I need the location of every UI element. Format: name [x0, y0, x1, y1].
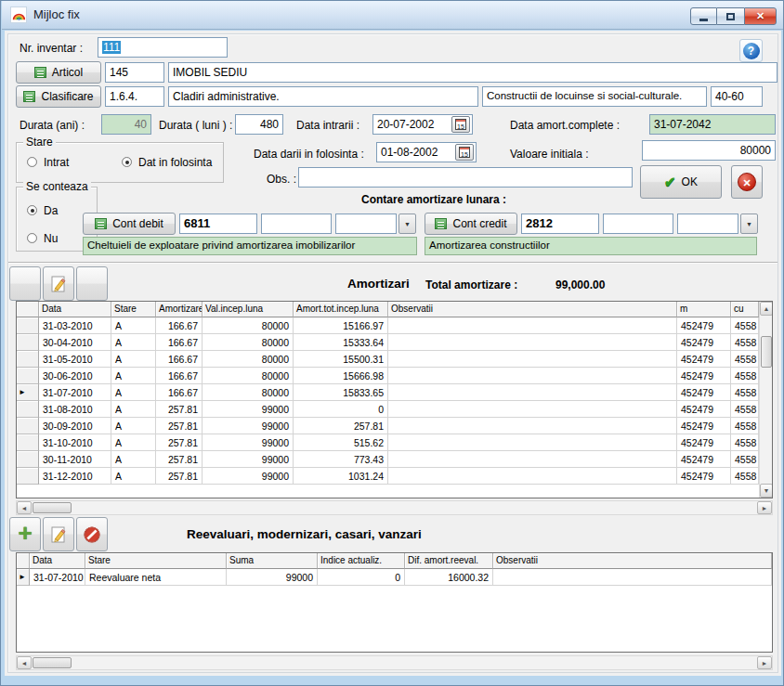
scroll-left-button[interactable]: ◄ [17, 656, 32, 669]
table-row[interactable]: ►31-07-2010Reevaluare neta99000016000.32 [17, 569, 772, 586]
radio-intrat[interactable] [27, 157, 37, 167]
cell[interactable]: 4558 [731, 351, 759, 368]
column-header[interactable]: m [677, 302, 731, 317]
clasificare-button[interactable]: Clasificare [16, 85, 101, 108]
cell[interactable]: 80000 [203, 368, 294, 384]
clasificare-code-input[interactable]: 1.6.4. [105, 86, 164, 107]
clasificare-categorie-input[interactable]: Constructii de locuinse si social-cultur… [482, 86, 707, 107]
table-row[interactable]: 31-12-2010A257.81990001031.244524794558 [17, 468, 772, 485]
reevaluari-edit-button[interactable] [43, 517, 74, 551]
column-header[interactable]: Suma [227, 553, 318, 569]
column-header[interactable]: Amortizare [156, 302, 203, 317]
cell[interactable]: A [111, 451, 156, 468]
cell[interactable]: 452479 [677, 468, 731, 485]
scroll-up-button[interactable]: ▲ [760, 302, 773, 316]
radio-da[interactable] [27, 205, 37, 215]
cont-debit-button[interactable]: Cont debit [83, 213, 176, 235]
cell[interactable]: 31-08-2010 [39, 401, 111, 418]
cell[interactable]: 452479 [677, 401, 731, 418]
cell[interactable]: 31-05-2010 [39, 351, 111, 368]
cell[interactable]: 99000 [203, 434, 294, 451]
cell[interactable] [388, 384, 677, 401]
cell[interactable]: 257.81 [156, 451, 203, 468]
cell[interactable]: 257.81 [294, 418, 388, 434]
cell[interactable]: 4558 [731, 384, 759, 401]
cell[interactable]: 4558 [731, 317, 759, 334]
cell[interactable]: 99000 [203, 418, 294, 434]
cont-credit-button[interactable]: Cont credit [425, 213, 517, 235]
column-header[interactable]: Stare [111, 302, 156, 317]
cell[interactable]: 80000 [203, 317, 294, 334]
cell[interactable]: 257.81 [156, 418, 203, 434]
close-button[interactable]: ✕ [744, 7, 777, 25]
cell[interactable]: 31-03-2010 [39, 317, 111, 334]
cell[interactable]: 80000 [203, 334, 294, 351]
cell[interactable]: 99000 [203, 451, 294, 468]
cell[interactable] [388, 451, 677, 468]
scroll-left-button[interactable]: ◄ [17, 501, 32, 514]
cell[interactable] [493, 569, 772, 586]
cell[interactable]: A [111, 418, 156, 434]
cell[interactable] [388, 434, 677, 451]
cell[interactable] [388, 468, 677, 485]
cell[interactable]: 452479 [677, 384, 731, 401]
cell[interactable]: 4558 [731, 401, 759, 418]
data-intrarii-calendar-button[interactable]: 15 [451, 116, 470, 133]
cont-debit-input[interactable]: 6811 [179, 214, 257, 234]
valoare-input[interactable]: 80000 [642, 140, 776, 161]
cell[interactable]: 166.67 [156, 368, 203, 384]
cell[interactable]: 15333.64 [294, 334, 388, 351]
cont-debit-analitic1-input[interactable] [261, 214, 332, 234]
articol-button[interactable]: Articol [16, 61, 101, 84]
durata-luni-input[interactable]: 480 [235, 114, 283, 135]
cell[interactable]: 257.81 [156, 401, 203, 418]
obs-input[interactable] [298, 167, 633, 188]
cell[interactable]: 15666.98 [294, 368, 388, 384]
cell[interactable]: 773.43 [294, 451, 388, 468]
amortizari-horizontal-scrollbar[interactable]: ◄ ► [16, 500, 773, 515]
cell[interactable]: 15833.65 [294, 384, 388, 401]
cont-credit-input[interactable]: 2812 [521, 214, 599, 234]
cell[interactable]: 452479 [677, 368, 731, 384]
cont-debit-dropdown-button[interactable]: ▼ [399, 214, 416, 234]
cell[interactable]: 452479 [677, 334, 731, 351]
cell[interactable]: 166.67 [156, 351, 203, 368]
radio-dat-in-folosinta[interactable] [122, 157, 132, 167]
cell[interactable]: 80000 [203, 384, 294, 401]
cell[interactable]: 99000 [203, 401, 294, 418]
cell[interactable]: 4558 [731, 368, 759, 384]
reevaluari-grid[interactable]: DataStareSumaIndice actualiz.Dif. amort.… [16, 552, 773, 653]
cancel-button[interactable]: ✕ [731, 165, 763, 199]
cell[interactable]: 515.62 [294, 434, 388, 451]
cell[interactable]: 4558 [731, 468, 759, 485]
cell[interactable] [388, 401, 677, 418]
help-button[interactable]: ? [739, 39, 763, 62]
table-row[interactable]: 31-10-2010A257.8199000515.624524794558 [17, 434, 772, 451]
cell[interactable] [388, 418, 677, 434]
cell[interactable]: 31-07-2010 [39, 384, 111, 401]
table-row[interactable]: 30-11-2010A257.8199000773.434524794558 [17, 451, 772, 468]
column-header[interactable]: Stare [85, 553, 227, 569]
cont-credit-dropdown-button[interactable]: ▼ [740, 214, 758, 234]
cell[interactable]: A [111, 317, 156, 334]
table-row[interactable]: 31-03-2010A166.678000015166.974524794558 [17, 317, 772, 334]
cell[interactable]: 99000 [203, 468, 294, 485]
scroll-thumb[interactable] [33, 657, 72, 668]
cell[interactable] [388, 317, 677, 334]
titlebar[interactable]: Mijloc fix ✕ [2, 1, 784, 30]
column-header[interactable]: Indice actualiz. [318, 553, 405, 569]
cell[interactable]: 257.81 [156, 434, 203, 451]
cell[interactable]: 4558 [731, 451, 759, 468]
cell[interactable]: A [111, 368, 156, 384]
cell[interactable]: 166.67 [156, 334, 203, 351]
cell[interactable]: Reevaluare neta [85, 569, 227, 586]
cell[interactable]: 30-06-2010 [39, 368, 111, 384]
cell[interactable] [388, 351, 677, 368]
scroll-thumb[interactable] [761, 336, 772, 368]
cell[interactable]: 452479 [677, 434, 731, 451]
scroll-down-button[interactable]: ▼ [760, 484, 773, 498]
data-folosinta-calendar-button[interactable]: 15 [455, 144, 474, 161]
radio-nu[interactable] [27, 233, 37, 243]
cell[interactable]: 4558 [731, 334, 759, 351]
cell[interactable]: 0 [318, 569, 405, 586]
